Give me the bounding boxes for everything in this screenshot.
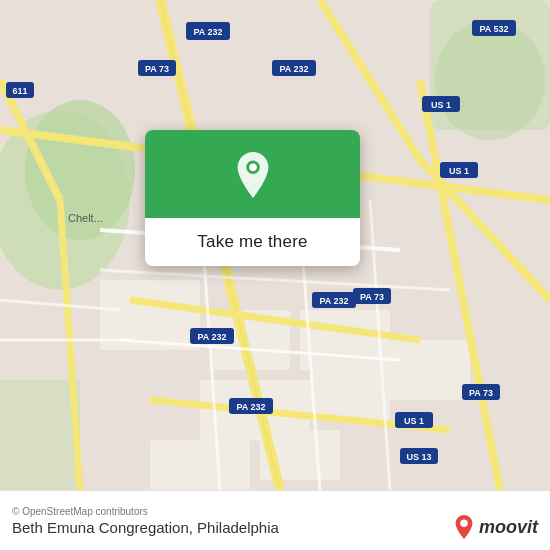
moovit-pin-icon	[453, 514, 475, 540]
svg-rect-8	[300, 310, 390, 370]
svg-text:US 1: US 1	[449, 166, 469, 176]
svg-text:US 13: US 13	[406, 452, 431, 462]
svg-text:PA 73: PA 73	[360, 292, 384, 302]
popup-card: Take me there	[145, 130, 360, 266]
popup-green-area	[145, 130, 360, 218]
svg-text:PA 232: PA 232	[319, 296, 348, 306]
svg-text:PA 73: PA 73	[145, 64, 169, 74]
svg-text:PA 532: PA 532	[479, 24, 508, 34]
svg-text:PA 232: PA 232	[197, 332, 226, 342]
svg-rect-5	[0, 380, 80, 490]
map-container: Chelt... PA 232 PA 73 PA 232 PA 532 611 …	[0, 0, 550, 490]
bottom-bar: © OpenStreetMap contributors Beth Emuna …	[0, 490, 550, 550]
svg-point-4	[435, 20, 545, 140]
location-pin-icon	[231, 150, 275, 200]
svg-text:PA 232: PA 232	[193, 27, 222, 37]
moovit-logo: moovit	[453, 514, 538, 540]
svg-text:US 1: US 1	[431, 100, 451, 110]
svg-text:611: 611	[12, 86, 27, 96]
svg-text:Chelt...: Chelt...	[68, 212, 103, 224]
svg-text:PA 232: PA 232	[279, 64, 308, 74]
svg-text:PA 232: PA 232	[236, 402, 265, 412]
svg-text:US 1: US 1	[404, 416, 424, 426]
svg-point-63	[460, 520, 467, 527]
svg-point-62	[249, 163, 257, 171]
moovit-brand-text: moovit	[479, 517, 538, 538]
svg-rect-10	[310, 370, 390, 420]
svg-text:PA 73: PA 73	[469, 388, 493, 398]
take-me-there-button[interactable]: Take me there	[145, 218, 360, 266]
svg-rect-12	[150, 440, 250, 490]
svg-rect-11	[390, 340, 470, 400]
